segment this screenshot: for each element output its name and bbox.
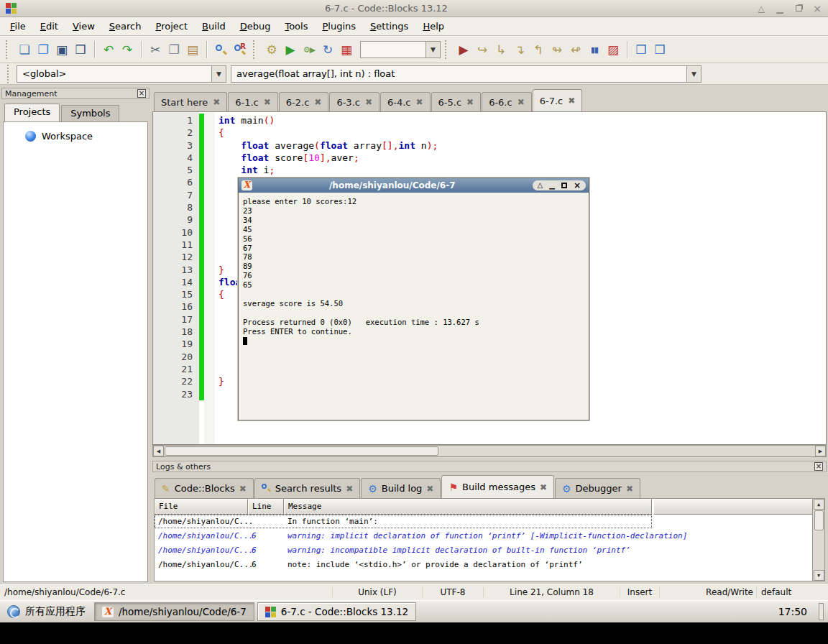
build-target-combo[interactable]: ▼ xyxy=(360,41,441,58)
step-into-button[interactable]: ↴ xyxy=(510,40,529,59)
tab-close-icon[interactable]: ✖ xyxy=(264,97,271,107)
shade-window-icon[interactable]: △ xyxy=(538,182,543,189)
run-to-cursor-button[interactable]: ↪ xyxy=(473,40,492,59)
scroll-up-icon[interactable]: ▲ xyxy=(814,499,824,510)
logs-tab-build-log[interactable]: ⚙Build log✖ xyxy=(361,478,441,498)
build-and-run-button[interactable]: ⚙▶ xyxy=(300,40,318,59)
tree-item-workspace[interactable]: Workspace xyxy=(4,122,147,142)
editor-tab-6-6-c[interactable]: 6-6.c✖ xyxy=(482,92,532,111)
editor-horizontal-scrollbar[interactable]: ◀ ▶ xyxy=(152,445,827,457)
replace-button[interactable]: R xyxy=(230,40,249,59)
next-line-button[interactable]: ↳ xyxy=(492,40,510,59)
undo-button[interactable]: ↶ xyxy=(99,40,118,59)
paste-button[interactable]: ▤ xyxy=(183,40,202,59)
step-out-button[interactable]: ↰ xyxy=(529,40,548,59)
editor-tab-start-here[interactable]: Start here✖ xyxy=(154,92,227,111)
run-button[interactable]: ▶ xyxy=(281,40,300,59)
toolbar-gripper[interactable] xyxy=(445,40,448,59)
tab-close-icon[interactable]: ✖ xyxy=(426,484,433,494)
panel-handle[interactable] xyxy=(819,603,824,620)
scrollbar-thumb[interactable] xyxy=(165,446,438,456)
taskbar-task-codeblocks[interactable]: 6-7.c - Code::Blocks 13.12 xyxy=(257,602,416,621)
copy-button[interactable]: ❐ xyxy=(165,40,183,59)
tab-projects[interactable]: Projects xyxy=(4,104,60,121)
close-panel-icon[interactable]: × xyxy=(137,89,146,98)
tab-close-icon[interactable]: ✖ xyxy=(365,97,372,107)
scope-combo[interactable]: <global> ▼ xyxy=(17,65,226,83)
editor-tab-6-7-c[interactable]: 6-7.c✖ xyxy=(533,89,583,111)
editor-tab-6-3-c[interactable]: 6-3.c✖ xyxy=(329,92,380,111)
column-header-line[interactable]: Line xyxy=(248,499,284,515)
menu-help[interactable]: Help xyxy=(415,19,451,34)
various-info-button[interactable]: ❒ xyxy=(650,40,669,59)
build-message-row[interactable]: /home/shiyanlou/C...In function ‘main’: xyxy=(155,515,824,529)
menu-tools[interactable]: Tools xyxy=(277,19,315,34)
abort-build-button[interactable]: ▦ xyxy=(337,40,356,59)
menu-search[interactable]: Search xyxy=(102,19,149,34)
redo-button[interactable]: ↷ xyxy=(118,40,137,59)
toolbar-gripper[interactable] xyxy=(253,40,257,59)
menu-project[interactable]: Project xyxy=(149,19,196,34)
tab-close-icon[interactable]: ✖ xyxy=(416,97,423,107)
scroll-right-icon[interactable]: ▶ xyxy=(815,446,826,456)
new-file-button[interactable]: ❏ xyxy=(15,40,34,59)
menu-file[interactable]: File xyxy=(3,19,33,34)
toolbar-gripper[interactable] xyxy=(7,65,11,83)
tab-close-icon[interactable]: ✖ xyxy=(466,97,474,107)
menu-view[interactable]: View xyxy=(65,19,102,34)
chevron-down-icon[interactable]: ▼ xyxy=(686,66,701,82)
build-message-row[interactable]: /home/shiyanlou/C...6warning: incompatib… xyxy=(155,543,824,558)
menu-debug[interactable]: Debug xyxy=(233,19,278,34)
logs-tab-search-results[interactable]: Search results✖ xyxy=(254,478,360,498)
build-button[interactable]: ⚙ xyxy=(262,40,281,59)
editor-tab-6-5-c[interactable]: 6-5.c✖ xyxy=(431,92,482,111)
tab-close-icon[interactable]: ✖ xyxy=(518,97,525,107)
cut-button[interactable]: ✂ xyxy=(146,40,165,59)
editor-tab-6-4-c[interactable]: 6-4.c✖ xyxy=(380,92,431,111)
xterm-titlebar[interactable]: X /home/shiyanlou/Code/6-7 △ ▁ × xyxy=(239,178,589,193)
scrollbar-thumb[interactable] xyxy=(814,510,824,530)
all-applications-button[interactable]: 所有应用程序 xyxy=(4,605,88,618)
function-combo[interactable]: average(float array[], int n) : float ▼ xyxy=(231,65,702,83)
tab-close-icon[interactable]: ✖ xyxy=(346,484,353,494)
editor-tab-6-2-c[interactable]: 6-2.c✖ xyxy=(279,92,329,111)
step-into-instruction-button[interactable]: ↫ xyxy=(566,40,585,59)
column-header-file[interactable]: File xyxy=(155,499,248,515)
tab-close-icon[interactable]: ✖ xyxy=(314,97,321,107)
menu-settings[interactable]: Settings xyxy=(363,19,415,34)
close-window-icon[interactable]: × xyxy=(812,4,822,14)
toolbar-gripper[interactable] xyxy=(6,40,9,59)
tab-symbols[interactable]: Symbols xyxy=(61,105,119,121)
debug-continue-button[interactable]: ▶ xyxy=(454,40,473,59)
chevron-down-icon[interactable]: ▼ xyxy=(211,66,226,82)
taskbar-task-xterm[interactable]: X/home/shiyanlou/Code/6-7 xyxy=(94,602,254,621)
scroll-left-icon[interactable]: ◀ xyxy=(153,446,164,456)
logs-tab-build-messages[interactable]: ⚑Build messages✖ xyxy=(441,475,554,498)
scroll-down-icon[interactable]: ▼ xyxy=(814,570,824,581)
maximize-window-icon[interactable] xyxy=(794,4,804,14)
close-window-icon[interactable]: × xyxy=(574,181,581,190)
minimize-window-icon[interactable]: ▁ xyxy=(549,182,555,189)
menu-plugins[interactable]: Plugins xyxy=(315,19,363,34)
logs-tab-debugger[interactable]: ⚙Debugger✖ xyxy=(555,478,640,498)
break-debugger-button[interactable]: ▮▮ xyxy=(585,40,604,59)
tab-close-icon[interactable]: ✖ xyxy=(568,96,575,106)
rebuild-button[interactable]: ↻ xyxy=(318,40,337,59)
tab-close-icon[interactable]: ✖ xyxy=(239,484,247,494)
tab-close-icon[interactable]: ✖ xyxy=(626,484,633,494)
chevron-down-icon[interactable]: ▼ xyxy=(426,42,440,58)
terminal-output[interactable]: please enter 10 scores:12233445566778897… xyxy=(239,193,589,346)
tab-close-icon[interactable]: ✖ xyxy=(213,97,220,107)
tab-close-icon[interactable]: ✖ xyxy=(540,482,547,492)
shade-window-icon[interactable]: △ xyxy=(756,4,766,14)
menu-build[interactable]: Build xyxy=(195,19,233,34)
build-message-row[interactable]: /home/shiyanlou/C...6note: include ‘<std… xyxy=(155,558,824,572)
menu-edit[interactable]: Edit xyxy=(33,19,65,34)
column-header-extra[interactable] xyxy=(653,499,824,515)
next-instruction-button[interactable]: ↬ xyxy=(548,40,566,59)
column-header-message[interactable]: Message xyxy=(284,499,652,515)
find-button[interactable] xyxy=(211,40,230,59)
maximize-window-icon[interactable] xyxy=(561,183,567,188)
save-file-button[interactable]: ▣ xyxy=(52,40,71,59)
save-all-button[interactable]: ❒ xyxy=(71,40,90,59)
